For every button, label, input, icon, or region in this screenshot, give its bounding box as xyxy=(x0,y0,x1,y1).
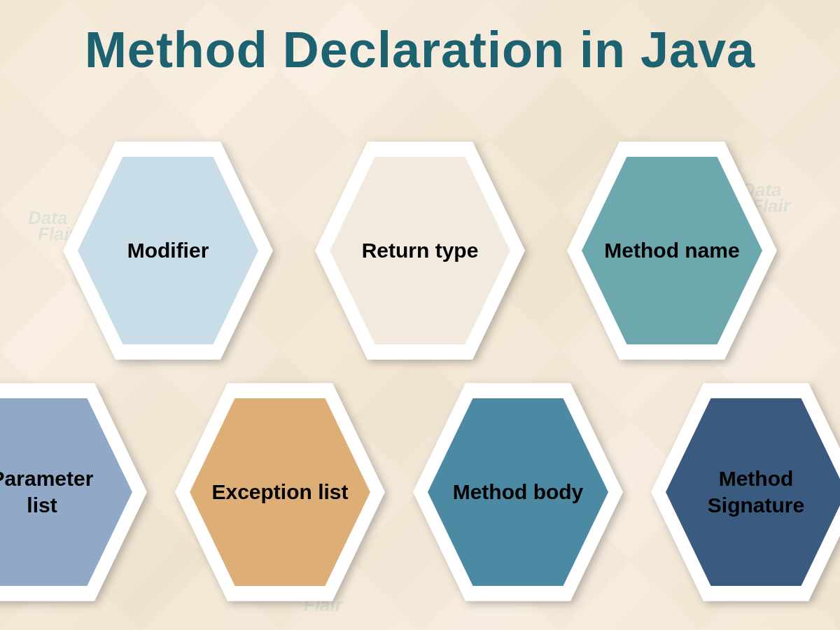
page-title: Method Declaration in Java xyxy=(0,21,840,78)
hex-label: Modifier xyxy=(127,237,209,264)
hex-method-body: Method body xyxy=(413,371,623,613)
hex-label: Method name xyxy=(604,237,739,264)
hex-method-name: Method name xyxy=(567,130,777,372)
hex-method-signature: Method Signature xyxy=(651,371,840,613)
hex-label: Method Signature xyxy=(687,465,825,518)
hex-parameter-list: Parameter list xyxy=(0,371,147,613)
hex-label: Parameter list xyxy=(0,465,111,518)
hex-modifier: Modifier xyxy=(63,130,273,372)
hex-label: Return type xyxy=(362,237,479,264)
hex-return-type: Return type xyxy=(315,130,525,372)
hex-exception-list: Exception list xyxy=(175,371,385,613)
hex-label: Method body xyxy=(453,479,584,505)
hex-label: Exception list xyxy=(211,479,348,505)
